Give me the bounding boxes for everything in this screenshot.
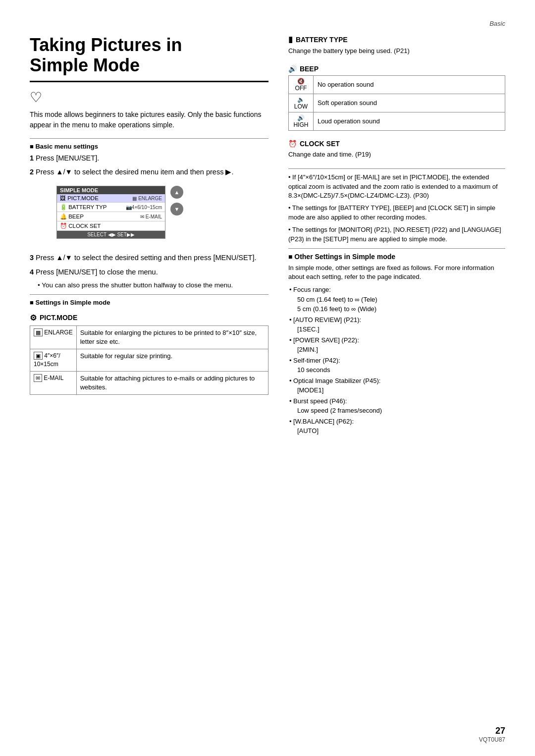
wbalance-val: [AUTO] <box>297 426 505 436</box>
focus-wide: 5 cm (0.16 feet) to ∞ (Wide) <box>297 304 505 314</box>
other-setting-focus: Focus range: 50 cm (1.64 feet) to ∞ (Tel… <box>289 285 505 314</box>
beep-low-desc: Soft operation sound <box>313 94 505 112</box>
beep-table: 🔇 OFF No operation sound 🔈 LOW Soft oper… <box>288 75 505 131</box>
menu-row-1: 🔋 BATTERY TYP 📷4×6/10~15cm <box>57 203 165 212</box>
ois-val: [MODE1] <box>297 385 505 395</box>
size-icon: ▣ <box>34 352 43 360</box>
other-setting-power-save: [POWER SAVE] (P22): [2MIN.] <box>289 335 505 355</box>
menu-row-2-label: 🔔 BEEP <box>60 213 140 220</box>
battery-type-title: ▮ BATTERY TYPE <box>288 35 505 44</box>
clock-set-label: CLOCK SET <box>300 140 340 148</box>
note-0: If [4″×6″/10×15cm] or [E-MAIL] are set i… <box>288 173 505 201</box>
menu-row-3-label: ⏰ CLOCK SET <box>60 222 162 229</box>
scroll-up-btn[interactable]: ▲ <box>170 186 183 199</box>
other-setting-ois: Optical Image Stabilizer (P45): [MODE1] <box>289 376 505 395</box>
pict-mode-icon: ⚙ <box>30 313 37 323</box>
menu-row-0-label: 🖼 PICT.MODE <box>60 195 132 201</box>
battery-icon: ▮ <box>288 35 293 44</box>
menu-screenshot-wrapper: SIMPLE MODE 🖼 PICT.MODE ▦ ENLARGE 🔋 BATT… <box>42 181 268 246</box>
menu-row-1-value: 📷4×6/10~15cm <box>126 205 162 210</box>
divider <box>30 138 268 139</box>
other-settings-header: ■ Other Settings in Simple mode <box>288 253 505 261</box>
clock-set-title: ⏰ CLOCK SET <box>288 140 505 148</box>
basic-menu-settings-label: ■ Basic menu settings <box>30 143 268 150</box>
other-setting-burst: Burst speed (P46): Low speed (2 frames/s… <box>289 396 505 416</box>
note-1: The settings for [BATTERY TYPE], [BEEP] … <box>288 204 505 222</box>
pict-row-1: ▣ 4″×6″/10×15cm Suitable for regular siz… <box>30 349 268 372</box>
clock-set-section: ⏰ CLOCK SET Change date and time. (P19) <box>288 140 505 160</box>
other-settings-block: Focus range: 50 cm (1.64 feet) to ∞ (Tel… <box>288 285 505 436</box>
beep-row-off: 🔇 OFF No operation sound <box>288 75 505 94</box>
step-4-num: 4 <box>30 268 34 276</box>
step-3-num: 3 <box>30 254 34 262</box>
menu-row-0-value: ▦ ENLARGE <box>132 196 162 201</box>
self-timer-val: 10 seconds <box>297 365 505 375</box>
menu-row-1-label: 🔋 BATTERY TYP <box>60 204 126 211</box>
other-setting-wbalance: [W.BALANCE] (P62): [AUTO] <box>289 417 505 436</box>
menu-row-3: ⏰ CLOCK SET <box>57 221 165 231</box>
page-number: 27 <box>495 726 505 736</box>
scroll-down-btn[interactable]: ▼ <box>170 203 183 216</box>
clock-icon: ⏰ <box>288 140 297 148</box>
page: Basic Taking Pictures inSimple Mode ♡ Th… <box>0 0 535 756</box>
clock-set-desc: Change date and time. (P19) <box>288 150 505 160</box>
beep-icon: 🔊 <box>288 65 297 73</box>
step-1: 1 Press [MENU/SET]. <box>30 153 268 163</box>
auto-review-val: [1SEC.] <box>297 324 505 334</box>
menu-row-2: 🔔 BEEP ✉ E-MAIL <box>57 212 165 221</box>
pict-mode-table: ▦ ENLARGE Suitable for enlarging the pic… <box>30 325 268 395</box>
step-1-num: 1 <box>30 154 34 162</box>
pict-icon-0: ▦ ENLARGE <box>30 325 77 349</box>
email-icon: ✉ <box>34 374 42 382</box>
step-2-text: Press ▲/▼ to select the desired menu ite… <box>36 168 233 176</box>
other-settings-intro: In simple mode, other settings are fixed… <box>288 264 505 282</box>
note-2: The settings for [MONITOR] (P21), [NO.RE… <box>288 225 505 244</box>
beep-row-low: 🔈 LOW Soft operation sound <box>288 94 505 112</box>
scroll-buttons: ▲ ▼ <box>170 186 183 216</box>
divider-3 <box>288 168 505 169</box>
battery-type-desc: Change the battery type being used. (P21… <box>288 47 505 56</box>
left-column: Taking Pictures inSimple Mode ♡ This mod… <box>30 35 268 437</box>
other-setting-auto-review: [AUTO REVIEW] (P21): [1SEC.] <box>289 315 505 334</box>
right-column: ▮ BATTERY TYPE Change the battery type b… <box>288 35 505 437</box>
step-3: 3 Press ▲/▼ to select the desired settin… <box>30 253 268 263</box>
divider-4 <box>288 248 505 249</box>
step-2: 2 Press ▲/▼ to select the desired menu i… <box>30 167 268 177</box>
settings-simple-mode-label: ■ Settings in Simple mode <box>30 299 268 306</box>
beep-title: 🔊 BEEP <box>288 65 505 73</box>
vqt-label: VQT0U87 <box>479 736 505 743</box>
pict-row-0: ▦ ENLARGE Suitable for enlarging the pic… <box>30 325 268 349</box>
beep-high-desc: Loud operation sound <box>313 112 505 130</box>
intro-text: This mode allows beginners to take pictu… <box>30 109 268 130</box>
pict-desc-0: Suitable for enlarging the pictures to b… <box>76 325 268 349</box>
beep-off-desc: No operation sound <box>313 75 505 94</box>
divider-2 <box>30 294 268 295</box>
menu-screenshot: SIMPLE MODE 🖼 PICT.MODE ▦ ENLARGE 🔋 BATT… <box>56 186 165 239</box>
step-4-text: Press [MENU/SET] to close the menu. <box>36 268 158 276</box>
beep-label: BEEP <box>300 65 319 73</box>
basic-label: Basic <box>489 20 505 27</box>
pict-mode-header: ⚙ PICT.MODE <box>30 313 268 323</box>
page-title: Taking Pictures inSimple Mode <box>30 35 268 82</box>
menu-row-0: 🖼 PICT.MODE ▦ ENLARGE <box>57 194 165 203</box>
pict-icon-2: ✉ E-MAIL <box>30 371 77 394</box>
pict-mode-label: PICT.MODE <box>40 314 77 322</box>
power-save-val: [2MIN.] <box>297 345 505 355</box>
beep-row-high: 🔊 HIGH Loud operation sound <box>288 112 505 130</box>
beep-section: 🔊 BEEP 🔇 OFF No operation sound 🔈 LOW So… <box>288 65 505 131</box>
enlarge-icon: ▦ <box>34 328 43 336</box>
other-setting-self-timer: Self-timer (P42): 10 seconds <box>289 356 505 375</box>
battery-type-section: ▮ BATTERY TYPE Change the battery type b… <box>288 35 505 56</box>
beep-low-icon: 🔈 LOW <box>288 94 313 112</box>
step-3-text: Press ▲/▼ to select the desired setting … <box>36 254 256 262</box>
step-1-text: Press [MENU/SET]. <box>36 154 99 162</box>
beep-off-icon: 🔇 OFF <box>288 75 313 94</box>
focus-tele: 50 cm (1.64 feet) to ∞ (Tele) <box>297 295 505 305</box>
battery-type-label: BATTERY TYPE <box>296 36 348 44</box>
pict-row-2: ✉ E-MAIL Suitable for attaching pictures… <box>30 371 268 394</box>
beep-high-icon: 🔊 HIGH <box>288 112 313 130</box>
step-4-sub: • You can also press the shutter button … <box>38 281 268 290</box>
menu-select-label: SELECT ◀▶ SET▶▶ <box>57 231 165 238</box>
pict-icon-1: ▣ 4″×6″/10×15cm <box>30 349 77 372</box>
pict-desc-2: Suitable for attaching pictures to e-mai… <box>76 371 268 394</box>
